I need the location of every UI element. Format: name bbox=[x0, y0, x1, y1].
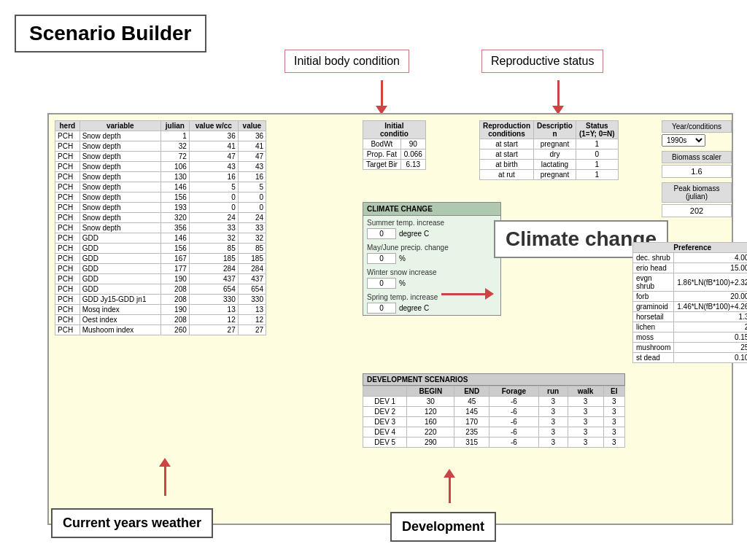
spring-temp-unit: degree C bbox=[399, 304, 429, 312]
pref-header: Preference bbox=[633, 243, 748, 253]
table-row: PCHMosq index1901313 bbox=[55, 305, 266, 315]
table-row: PCHSnow depth324141 bbox=[55, 141, 266, 152]
table-row: graminoid1.46*LN(fB*100)+4.26 bbox=[633, 302, 748, 312]
table-row: mushroom25 bbox=[633, 343, 748, 353]
peak-biomass-label: Peak biomass (julian) bbox=[662, 182, 732, 203]
initial-condition-table: Initialconditio BodWt90Prop. Fat0.066Tar… bbox=[363, 120, 426, 170]
title-text: Scenario Builder bbox=[29, 22, 192, 44]
repro-status-table: Reproductionconditions Description Statu… bbox=[479, 120, 619, 180]
table-row: DEV 13045-6333 bbox=[363, 397, 625, 407]
table-row: Prop. Fat0.066 bbox=[363, 149, 426, 160]
table-row: at startpregnant1 bbox=[480, 139, 619, 149]
reproductive-status-label: Reproductive status bbox=[481, 50, 603, 73]
mayjune-precip-unit: % bbox=[399, 254, 406, 262]
arrow-dev-up bbox=[444, 469, 455, 503]
table-row: DEV 4220235-6333 bbox=[363, 427, 625, 438]
winter-snow-unit: % bbox=[399, 279, 406, 287]
table-row: st dead0.10 bbox=[633, 353, 748, 363]
winter-snow-input[interactable] bbox=[367, 278, 396, 289]
table-row: at birthlactating1 bbox=[480, 160, 619, 170]
year-conditions-box: Year/conditions 1990s 2000s 2010s Biomas… bbox=[662, 120, 732, 217]
table-row: horsetail1.3 bbox=[633, 312, 748, 322]
table-row: DEV 3160170-6333 bbox=[363, 417, 625, 427]
initial-header: Initialconditio bbox=[363, 121, 426, 139]
peak-biomass-value: 202 bbox=[662, 204, 732, 217]
arrow-climate bbox=[441, 288, 494, 300]
table-row: PCHSnow depth724747 bbox=[55, 152, 266, 162]
table-row: lichen2 bbox=[633, 322, 748, 332]
mayjune-precip-label: May/June precip. change bbox=[367, 244, 497, 252]
development-label: Development bbox=[390, 512, 496, 542]
dev-header: DEVELOPMENT SCENARIOS bbox=[363, 373, 625, 386]
biomass-scaler-box: Biomass scaler 1.6 bbox=[662, 151, 732, 178]
current-weather-label: Current years weather bbox=[51, 508, 213, 538]
year-label: Year/conditions bbox=[662, 120, 732, 133]
table-row: PCHSnow depth1301616 bbox=[55, 172, 266, 182]
development-scenarios-table: DEVELOPMENT SCENARIOS BEGINENDForagerunw… bbox=[363, 373, 625, 448]
biomass-scaler-value: 1.6 bbox=[662, 165, 732, 178]
arrow-repro-status bbox=[552, 80, 564, 114]
table-row: moss0.15 bbox=[633, 332, 748, 343]
winter-snow-label: Winter snow increase bbox=[367, 268, 497, 276]
biomass-scaler-label: Biomass scaler bbox=[662, 151, 732, 163]
table-row: DEV 5290315-6333 bbox=[363, 438, 625, 448]
table-row: PCHSnow depth3563333 bbox=[55, 223, 266, 233]
table-row: PCHGDD1463232 bbox=[55, 233, 266, 244]
repro-col-status: Status(1=Y; 0=N) bbox=[576, 121, 618, 139]
col-value-wcc: value w/cc bbox=[189, 121, 238, 131]
main-area: herd variable julian value w/cc value PC… bbox=[47, 113, 733, 525]
table-row: PCHGDD Jy15-GDD jn1208330330 bbox=[55, 295, 266, 305]
table-row: at rutpregnant1 bbox=[480, 170, 619, 180]
table-row: PCHSnow depth15600 bbox=[55, 192, 266, 203]
repro-col-conditions: Reproductionconditions bbox=[480, 121, 534, 139]
table-row: PCHSnow depth1064343 bbox=[55, 162, 266, 172]
spring-temp-input[interactable] bbox=[367, 303, 396, 314]
table-row: forb20.00 bbox=[633, 292, 748, 302]
table-row: PCHOest index2081212 bbox=[55, 315, 266, 325]
table-row: PCHSnow depth3202424 bbox=[55, 213, 266, 223]
table-row: erio head15.00 bbox=[633, 263, 748, 273]
arrow-weather-up bbox=[159, 458, 171, 496]
preference-table: Preference dec. shrub4.00erio head15.00e… bbox=[632, 242, 747, 363]
table-row: PCHGDD208654654 bbox=[55, 284, 266, 295]
table-row: PCHGDD1568585 bbox=[55, 244, 266, 254]
table-row: PCHSnow depth19300 bbox=[55, 203, 266, 213]
table-row: dec. shrub4.00 bbox=[633, 253, 748, 263]
table-row: PCHGDD167185185 bbox=[55, 254, 266, 264]
year-select[interactable]: 1990s 2000s 2010s bbox=[662, 134, 705, 147]
table-row: DEV 2120145-6333 bbox=[363, 407, 625, 417]
table-row: PCHGDD177284284 bbox=[55, 264, 266, 274]
table-row: at startdry0 bbox=[480, 149, 619, 160]
arrow-initial-body bbox=[376, 80, 387, 114]
table-row: BodWt90 bbox=[363, 139, 426, 149]
left-data-table: herd variable julian value w/cc value PC… bbox=[55, 120, 266, 335]
table-row: PCHMushoom index2602727 bbox=[55, 325, 266, 335]
col-value: value bbox=[238, 121, 266, 131]
climate-header: CLIMATE CHANGE bbox=[363, 203, 500, 216]
peak-biomass-box: Peak biomass (julian) 202 bbox=[662, 182, 732, 217]
table-row: evgn shrub1.86*LN(fB*100)+2.32 bbox=[633, 273, 748, 292]
col-herd: herd bbox=[55, 121, 80, 131]
table-row: Target Bir6.13 bbox=[363, 160, 426, 170]
col-variable: variable bbox=[80, 121, 160, 131]
mayjune-precip-input[interactable] bbox=[367, 253, 396, 264]
summer-temp-input[interactable] bbox=[367, 228, 396, 239]
summer-temp-label: Summer temp. increase bbox=[367, 219, 497, 227]
table-row: PCHSnow depth14655 bbox=[55, 182, 266, 192]
table-row: PCHGDD190437437 bbox=[55, 274, 266, 284]
table-row: PCHSnow depth13636 bbox=[55, 131, 266, 141]
initial-body-condition-label: Initial body condition bbox=[285, 50, 409, 73]
repro-col-desc: Description bbox=[534, 121, 576, 139]
col-julian: julian bbox=[160, 121, 189, 131]
title: Scenario Builder bbox=[15, 15, 206, 52]
summer-temp-unit: degree C bbox=[399, 230, 429, 238]
